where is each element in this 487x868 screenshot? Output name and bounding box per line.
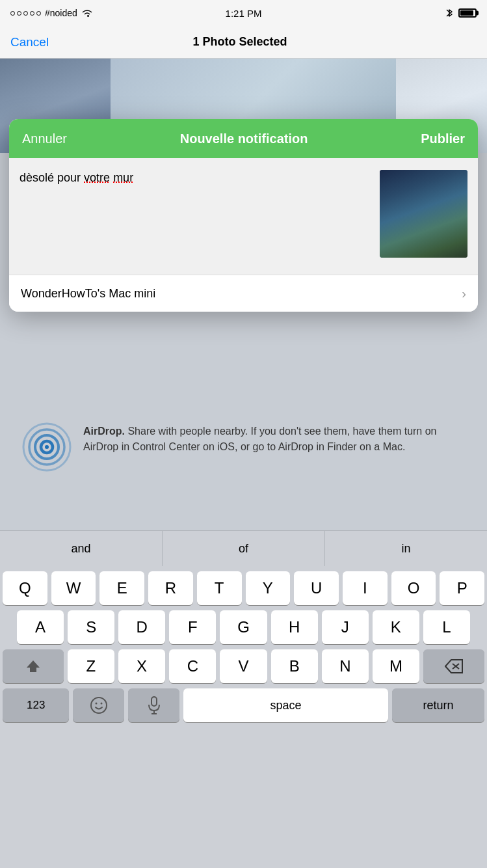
airdrop-title: AirDrop. [83, 426, 125, 437]
sheet-footer-label: WonderHowTo's Mac mini [21, 287, 155, 301]
sheet-text-content: dèsolé pour votre mur [20, 171, 133, 184]
key-r[interactable]: R [148, 571, 193, 605]
svg-rect-12 [151, 697, 157, 706]
keyboard-row-3: Z X C V B N M [3, 649, 484, 683]
key-l[interactable]: L [423, 610, 470, 644]
underlined-word-mur: mur [113, 171, 133, 184]
key-o[interactable]: O [391, 571, 436, 605]
svg-point-10 [95, 703, 97, 705]
key-m[interactable]: M [373, 649, 419, 683]
sheet-footer[interactable]: WonderHowTo's Mac mini › [9, 275, 478, 312]
shift-icon [25, 658, 41, 674]
sheet-publish-button[interactable]: Publier [421, 131, 465, 146]
predictive-item-and[interactable]: and [0, 531, 163, 566]
return-key[interactable]: return [392, 688, 484, 722]
key-h[interactable]: H [271, 610, 318, 644]
svg-point-4 [45, 445, 49, 449]
svg-point-11 [100, 703, 102, 705]
keyboard-row-2: A S D F G H J K L [3, 610, 484, 644]
status-right [445, 7, 477, 19]
key-x[interactable]: X [118, 649, 165, 683]
backspace-icon [445, 659, 463, 673]
key-v[interactable]: V [220, 649, 267, 683]
key-s[interactable]: S [68, 610, 114, 644]
keyboard-row-1: Q W E R T Y U I O P [3, 571, 484, 605]
signal-dot-3 [23, 11, 28, 16]
sheet-cancel-button[interactable]: Annuler [22, 131, 67, 146]
key-j[interactable]: J [322, 610, 369, 644]
key-n[interactable]: N [322, 649, 369, 683]
battery-icon [458, 8, 477, 18]
status-time: 1:21 PM [226, 8, 262, 19]
key-f[interactable]: F [169, 610, 216, 644]
status-bar: #noided 1:21 PM [0, 0, 487, 26]
key-t[interactable]: T [197, 571, 242, 605]
shift-key[interactable] [3, 649, 64, 683]
nav-bar: Cancel 1 Photo Selected [0, 26, 487, 59]
bluetooth-icon [445, 7, 453, 19]
notification-sheet: Annuler Nouvelle notification Publier dè… [9, 119, 478, 312]
numbers-key[interactable]: 123 [3, 688, 69, 722]
airdrop-description: AirDrop. Share with people nearby. If yo… [83, 421, 466, 455]
key-y[interactable]: Y [246, 571, 291, 605]
key-w[interactable]: W [51, 571, 96, 605]
microphone-icon [148, 696, 161, 714]
predictive-text-bar: and of in [0, 530, 487, 566]
emoji-icon [90, 696, 108, 714]
signal-dot-1 [10, 11, 15, 16]
key-p[interactable]: P [440, 571, 484, 605]
key-b[interactable]: B [271, 649, 318, 683]
svg-marker-6 [445, 660, 462, 673]
signal-dot-4 [30, 11, 34, 16]
space-key[interactable]: space [183, 688, 388, 722]
sheet-attachment-image [380, 170, 467, 258]
graffiti-image [380, 170, 467, 258]
key-c[interactable]: C [169, 649, 216, 683]
svg-marker-5 [27, 660, 40, 672]
chevron-right-icon: › [462, 286, 466, 301]
cancel-button[interactable]: Cancel [10, 35, 49, 49]
airdrop-icon [21, 421, 73, 473]
battery-fill [460, 10, 473, 16]
predictive-item-of[interactable]: of [163, 531, 325, 566]
wifi-icon [81, 8, 93, 18]
sheet-body: dèsolé pour votre mur [9, 158, 478, 275]
keyboard-row-4: 123 space return [3, 688, 484, 722]
key-e[interactable]: E [99, 571, 144, 605]
keyboard: Q W E R T Y U I O P A S D F G H J K L Z … [0, 566, 487, 868]
sheet-text-area[interactable]: dèsolé pour votre mur [20, 170, 372, 263]
key-g[interactable]: G [220, 610, 267, 644]
page-title: 1 Photo Selected [193, 35, 287, 49]
underlined-word-votre: votre [84, 171, 110, 184]
sheet-title: Nouvelle notification [180, 131, 308, 146]
key-z[interactable]: Z [68, 649, 114, 683]
signal-dot-5 [36, 11, 41, 16]
signal-dots [10, 11, 41, 16]
key-q[interactable]: Q [3, 571, 47, 605]
key-u[interactable]: U [294, 571, 339, 605]
microphone-key[interactable] [128, 688, 179, 722]
airdrop-body: Share with people nearby. If you don't s… [83, 426, 437, 452]
key-i[interactable]: I [343, 571, 388, 605]
key-d[interactable]: D [118, 610, 165, 644]
svg-point-9 [91, 698, 107, 713]
airdrop-section: AirDrop. Share with people nearby. If yo… [9, 412, 478, 482]
key-k[interactable]: K [373, 610, 419, 644]
signal-dot-2 [17, 11, 21, 16]
key-a[interactable]: A [17, 610, 64, 644]
backspace-key[interactable] [423, 649, 484, 683]
emoji-key[interactable] [73, 688, 124, 722]
sheet-header: Annuler Nouvelle notification Publier [9, 119, 478, 158]
predictive-item-in[interactable]: in [325, 531, 487, 566]
status-left: #noided [10, 8, 93, 18]
carrier-label: #noided [45, 8, 77, 18]
